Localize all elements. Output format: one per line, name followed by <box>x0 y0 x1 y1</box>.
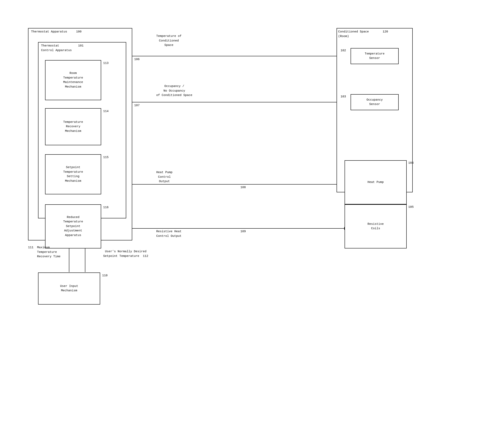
occupancy-sensor-box: OccupancySensor <box>350 94 399 110</box>
user-input-label: User InputMechanism <box>60 284 78 293</box>
arrow-106-number: 106 <box>134 57 140 62</box>
diagram-container: Thermostat Apparatus 100 ThermostatContr… <box>16 16 477 437</box>
conditioned-space-number: 120 <box>383 30 388 34</box>
max-temp-recovery-label: 111 Maximum Temperature Recovery Time <box>28 246 61 259</box>
user-input-number: 110 <box>102 273 108 278</box>
resistive-coils-label: ResistiveCoils <box>368 222 384 231</box>
occupancy-sensor-label: OccupancySensor <box>366 98 383 107</box>
temp-recovery-label: TemperatureRecoveryMechanism <box>63 120 83 134</box>
arrow-107-number: 107 <box>134 103 140 108</box>
user-input-box: User InputMechanism <box>38 272 100 305</box>
temp-recovery-number: 114 <box>103 109 109 114</box>
room-temp-maintenance-box: RoomTemperatureMaintenanceMechanism <box>45 60 101 100</box>
resistive-coils-box: ResistiveCoils <box>345 204 407 248</box>
resistive-coils-number: 105 <box>408 205 414 210</box>
setpoint-temp-box: SetpointTemperatureSettingMechanism <box>45 154 101 194</box>
room-temp-maintenance-label: RoomTemperatureMaintenanceMechanism <box>63 71 83 89</box>
temp-recovery-box: TemperatureRecoveryMechanism <box>45 108 101 145</box>
thermostat-apparatus-number: 100 <box>76 30 81 34</box>
room-temp-maintenance-number: 113 <box>103 61 109 66</box>
thermostat-apparatus-label: Thermostat Apparatus <box>31 30 67 34</box>
occupancy-sensor-number: 103 <box>341 95 346 99</box>
control-apparatus-number: 101 <box>78 44 84 48</box>
arrow-109-number: 109 <box>240 229 246 234</box>
resistive-heat-arrow-label: Resistive HeatControl Output <box>156 229 182 238</box>
heat-pump-box: Heat Pump <box>345 160 407 204</box>
arrow-108-number: 108 <box>240 185 246 190</box>
reduced-temp-box: ReducedTemperatureSetpointAdjustmentAppa… <box>45 204 101 248</box>
occupancy-arrow-label: Occupancy /No Occupancyof Conditioned Sp… <box>156 84 192 98</box>
setpoint-temp-label: SetpointTemperatureSettingMechanism <box>63 165 83 183</box>
conditioned-space-label: Conditioned Space(Room) <box>338 30 369 39</box>
heat-pump-number: 104 <box>408 161 414 166</box>
temp-conditioned-space-arrow-label: Temperature ofConditionedSpace <box>156 34 182 48</box>
heat-pump-control-arrow-label: Heat PumpControlOutput <box>156 170 173 184</box>
temp-sensor-number: 102 <box>341 48 346 53</box>
heat-pump-label: Heat Pump <box>368 180 384 185</box>
setpoint-temp-number: 115 <box>103 155 109 160</box>
user-desired-setpoint-label: User's Normally DesiredSetpoint Temperat… <box>103 249 148 258</box>
reduced-temp-number: 116 <box>103 205 109 210</box>
temp-sensor-label: TemperatureSensor <box>365 52 385 61</box>
control-apparatus-label: ThermostatControl Apparatus <box>41 44 77 53</box>
reduced-temp-label: ReducedTemperatureSetpointAdjustmentAppa… <box>63 215 83 238</box>
temp-sensor-box: TemperatureSensor <box>350 48 399 64</box>
